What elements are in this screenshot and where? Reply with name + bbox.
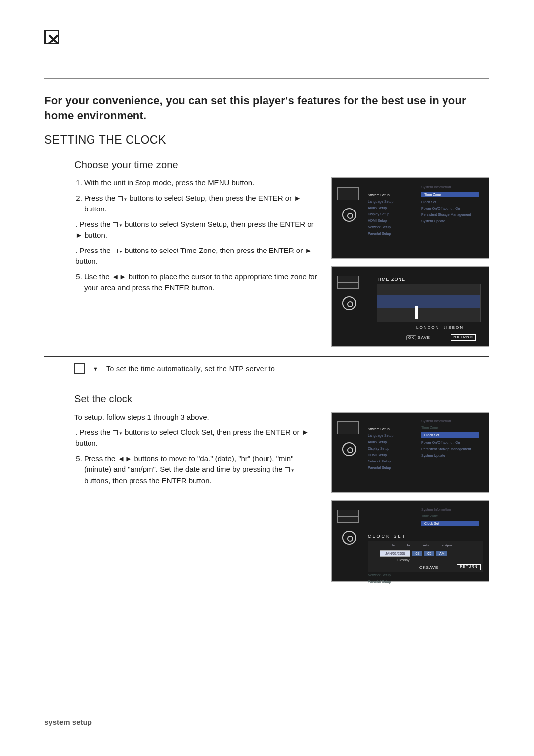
step-4: . Press the buttons to select Time Zone,… [75, 245, 321, 267]
intro-text: For your convenience, you can set this p… [44, 93, 490, 123]
note-icon [74, 363, 85, 374]
page-header-icon: ✕ [44, 30, 490, 48]
steps-choose-tz: With the unit in Stop mode, press the ME… [44, 177, 321, 347]
world-map-icon [377, 284, 481, 322]
set-clock-intro: To setup, follow steps 1 through 3 above… [74, 412, 321, 423]
subsection-set-clock: Set the clock [74, 393, 490, 405]
gear-icon [342, 531, 356, 545]
gear-icon [342, 442, 356, 456]
step-1: With the unit in Stop mode, press the ME… [84, 177, 321, 189]
note-text: To set the time automatically, set the N… [106, 365, 275, 373]
subsection-choose-tz: Choose your time zone [74, 159, 490, 170]
steps-set-clock: To setup, follow steps 1 through 3 above… [44, 412, 321, 582]
step-2: Press the buttons to select Setup, then … [84, 193, 321, 215]
step-5: Use the ◄► button to place the cursor to… [84, 271, 321, 294]
header-rule [44, 78, 490, 79]
osd-screenshot-timezone-map: TIME ZONE LONDON, LISBON OKSAVE RETURN [331, 266, 490, 347]
gear-icon [342, 296, 356, 310]
step-4b: . Press the buttons to select Clock Set,… [75, 427, 321, 449]
section-title: SETTING THE CLOCK [44, 133, 490, 150]
gear-icon [342, 208, 356, 222]
step-3: . Press the buttons to select System Set… [75, 219, 321, 241]
osd-screenshot-system-setup-clock: System Setup Language Setup Audio Setup … [331, 412, 490, 493]
bullet-triangle-icon: ▼ [93, 366, 98, 372]
osd-screenshot-clock-set: System Information Time Zone Clock Set C… [331, 500, 490, 582]
osd-screenshot-system-setup-tz: System Setup Language Setup Audio Setup … [331, 177, 490, 259]
step-5b: Press the ◄► buttons to move to "da." (d… [84, 453, 321, 487]
note-row: ▼ To set the time automatically, set the… [44, 356, 490, 381]
footer-label: system setup [44, 718, 92, 726]
